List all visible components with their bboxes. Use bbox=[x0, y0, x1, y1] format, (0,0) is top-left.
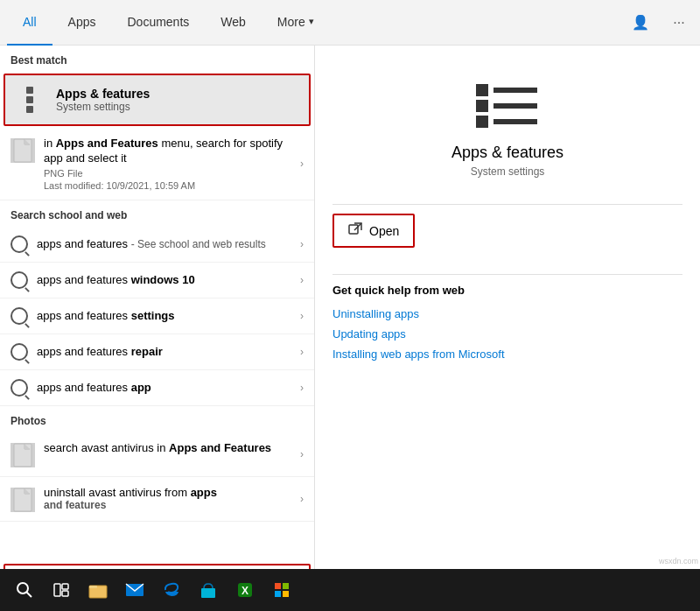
svg-rect-8 bbox=[476, 116, 488, 128]
photos-label: Photos bbox=[0, 406, 314, 432]
open-label: Open bbox=[369, 224, 399, 238]
left-panel: Best match bbox=[0, 46, 315, 611]
best-match-label: Best match bbox=[0, 46, 314, 72]
taskbar-edge-icon[interactable] bbox=[154, 572, 189, 607]
apps-features-large-icon bbox=[472, 81, 542, 133]
quick-help-link-1[interactable]: Updating apps bbox=[332, 327, 682, 341]
svg-rect-7 bbox=[476, 100, 488, 112]
web-result-text-1: apps and features windows 10 bbox=[37, 273, 291, 286]
chevron-down-icon: ▾ bbox=[309, 16, 314, 27]
file-type: PNG File bbox=[44, 168, 291, 179]
photo-result-0[interactable]: search avast antivirus in Apps and Featu… bbox=[0, 432, 314, 477]
svg-rect-20 bbox=[89, 586, 97, 588]
svg-rect-22 bbox=[201, 588, 215, 598]
web-result-text-4: apps and features app bbox=[37, 381, 291, 394]
chevron-right-photo-0: › bbox=[300, 448, 304, 460]
svg-text:X: X bbox=[242, 585, 248, 597]
tab-web[interactable]: Web bbox=[205, 0, 262, 46]
photo-text-1: uninstall avast antivirus from apps and … bbox=[44, 486, 291, 511]
photo-result-1[interactable]: uninstall avast antivirus from apps and … bbox=[0, 477, 314, 522]
right-app-name: Apps & features bbox=[332, 144, 682, 162]
web-result-4[interactable]: apps and features app › bbox=[0, 370, 314, 406]
tab-more[interactable]: More ▾ bbox=[262, 0, 330, 46]
svg-rect-4 bbox=[14, 488, 32, 511]
open-button[interactable]: Open bbox=[332, 214, 415, 248]
chevron-right-icon: › bbox=[300, 158, 304, 170]
open-icon bbox=[348, 222, 362, 239]
best-match-text: Apps & features System settings bbox=[56, 87, 150, 113]
web-result-text-3: apps and features repair bbox=[37, 345, 291, 358]
taskbar-file-explorer-icon[interactable] bbox=[80, 572, 116, 607]
file-result-item[interactable]: in Apps and Features menu, search for sp… bbox=[0, 128, 314, 200]
taskbar-task-view-icon[interactable] bbox=[44, 572, 79, 607]
svg-rect-11 bbox=[494, 119, 537, 124]
web-result-2[interactable]: apps and features settings › bbox=[0, 298, 314, 334]
tab-bar: All Apps Documents Web More ▾ 👤 ··· bbox=[0, 0, 700, 46]
file-name: in Apps and Features menu, search for sp… bbox=[44, 137, 291, 166]
quick-help-title: Get quick help from web bbox=[332, 284, 682, 297]
taskbar-store-icon[interactable] bbox=[191, 572, 226, 607]
web-result-1[interactable]: apps and features windows 10 › bbox=[0, 263, 314, 298]
web-result-3[interactable]: apps and features repair › bbox=[0, 334, 314, 370]
watermark: wsxdn.com bbox=[659, 557, 698, 565]
user-icon[interactable]: 👤 bbox=[626, 9, 654, 37]
search-icon-4 bbox=[10, 379, 28, 397]
taskbar-mail-icon[interactable] bbox=[117, 572, 152, 607]
best-match-title: Apps & features bbox=[56, 87, 150, 101]
chevron-right-photo-1: › bbox=[300, 493, 304, 505]
photo-icon-0 bbox=[10, 443, 35, 467]
svg-rect-9 bbox=[494, 88, 537, 93]
taskbar-xbox-icon[interactable]: X bbox=[228, 572, 262, 607]
start-menu: All Apps Documents Web More ▾ 👤 ··· Best… bbox=[0, 0, 700, 611]
search-icon-1 bbox=[10, 271, 28, 289]
web-result-0[interactable]: apps and features - See school and web r… bbox=[0, 227, 314, 263]
apps-features-icon bbox=[16, 84, 47, 116]
svg-rect-25 bbox=[275, 583, 281, 589]
svg-rect-6 bbox=[476, 84, 488, 96]
tab-documents[interactable]: Documents bbox=[111, 0, 205, 46]
svg-rect-10 bbox=[494, 103, 537, 109]
tab-all[interactable]: All bbox=[7, 0, 52, 46]
icon-square-2 bbox=[26, 96, 33, 103]
photo-text-0: search avast antivirus in Apps and Featu… bbox=[44, 441, 291, 454]
svg-rect-16 bbox=[54, 584, 60, 596]
icon-square-3 bbox=[26, 106, 33, 113]
chevron-right-icon-3: › bbox=[300, 346, 304, 358]
icon-square-1 bbox=[26, 87, 33, 94]
app-icon-display bbox=[332, 81, 682, 133]
right-panel: Apps & features System settings Open Get… bbox=[315, 46, 700, 611]
chevron-right-icon-2: › bbox=[300, 310, 304, 322]
web-result-text-0: apps and features - See school and web r… bbox=[37, 237, 291, 250]
taskbar: X bbox=[0, 569, 700, 611]
divider-1 bbox=[332, 204, 682, 205]
taskbar-search-icon[interactable] bbox=[7, 572, 42, 607]
svg-rect-28 bbox=[283, 591, 289, 597]
more-options-icon[interactable]: ··· bbox=[665, 9, 693, 37]
best-match-subtitle: System settings bbox=[56, 101, 150, 113]
svg-rect-27 bbox=[275, 591, 281, 597]
png-file-icon bbox=[10, 138, 35, 163]
chevron-right-icon-4: › bbox=[300, 382, 304, 394]
svg-rect-12 bbox=[349, 225, 358, 234]
taskbar-photos-icon[interactable] bbox=[264, 572, 299, 607]
file-modified: Last modified: 10/9/2021, 10:59 AM bbox=[44, 180, 291, 191]
content-area: Best match bbox=[0, 46, 700, 611]
search-icon-0 bbox=[10, 235, 28, 253]
best-match-item[interactable]: Apps & features System settings bbox=[4, 74, 311, 126]
divider-2 bbox=[332, 274, 682, 275]
tab-apps[interactable]: Apps bbox=[52, 0, 112, 46]
right-app-subtitle: System settings bbox=[332, 165, 682, 178]
search-icon-3 bbox=[10, 343, 28, 361]
search-icon-2 bbox=[10, 307, 28, 325]
svg-rect-2 bbox=[14, 444, 32, 467]
chevron-right-icon-1: › bbox=[300, 274, 304, 286]
tab-bar-right: 👤 ··· bbox=[626, 9, 693, 37]
svg-rect-17 bbox=[62, 584, 68, 589]
school-web-label: Search school and web bbox=[0, 200, 314, 227]
web-result-text-2: apps and features settings bbox=[37, 309, 291, 322]
photo-icon-1 bbox=[10, 488, 35, 512]
quick-help-link-2[interactable]: Installing web apps from Microsoft bbox=[332, 348, 682, 361]
quick-help-link-0[interactable]: Uninstalling apps bbox=[332, 307, 682, 320]
chevron-right-icon-0: › bbox=[300, 238, 304, 250]
svg-rect-0 bbox=[14, 139, 32, 162]
